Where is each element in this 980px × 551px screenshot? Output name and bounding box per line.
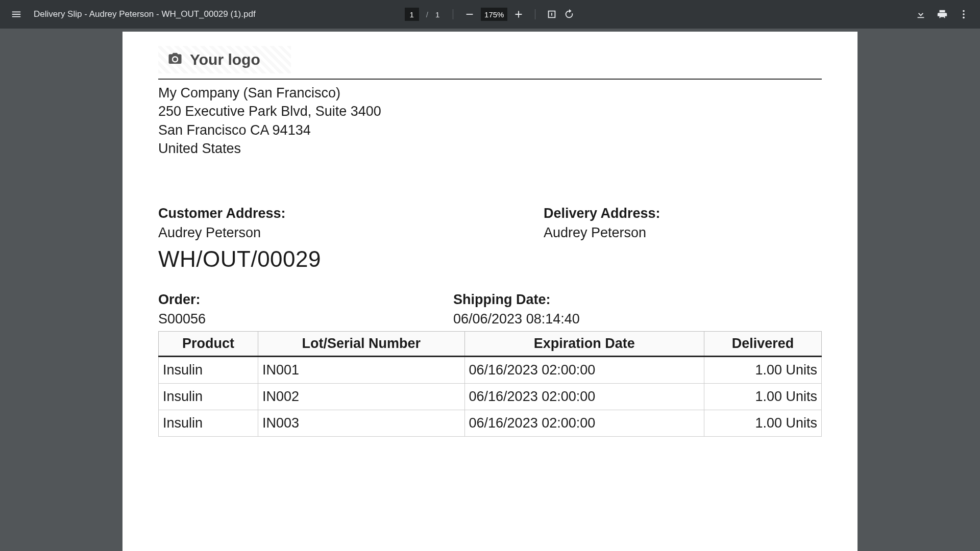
table-row: Insulin IN003 06/16/2023 02:00:00 1.00 U… bbox=[159, 410, 822, 436]
logo-placeholder: Your logo bbox=[158, 46, 291, 73]
zoom-out-icon[interactable] bbox=[463, 8, 476, 20]
col-expiration: Expiration Date bbox=[464, 331, 704, 356]
cell-expiration: 06/16/2023 02:00:00 bbox=[464, 410, 704, 436]
document-number: WH/OUT/00029 bbox=[158, 246, 822, 272]
page-total: 1 bbox=[435, 10, 439, 19]
logo-text: Your logo bbox=[190, 51, 260, 68]
svg-point-2 bbox=[963, 17, 965, 19]
cell-product: Insulin bbox=[159, 356, 258, 383]
zoom-in-icon[interactable] bbox=[512, 8, 525, 20]
cell-product: Insulin bbox=[159, 410, 258, 436]
svg-point-0 bbox=[963, 10, 965, 12]
delivery-address-title: Delivery Address: bbox=[544, 204, 660, 223]
toolbar-right bbox=[575, 8, 970, 20]
table-header-row: Product Lot/Serial Number Expiration Dat… bbox=[159, 331, 822, 356]
delivery-address-block: Delivery Address: Audrey Peterson bbox=[544, 204, 660, 243]
print-icon[interactable] bbox=[936, 8, 948, 20]
more-icon[interactable] bbox=[958, 8, 970, 20]
col-product: Product bbox=[159, 331, 258, 356]
shipping-date-title: Shipping Date: bbox=[453, 290, 580, 310]
order-title: Order: bbox=[158, 290, 453, 310]
divider bbox=[535, 9, 535, 19]
header-rule bbox=[158, 79, 822, 80]
cell-delivered: 1.00 Units bbox=[704, 410, 822, 436]
shipping-date-block: Shipping Date: 06/06/2023 08:14:40 bbox=[453, 290, 580, 329]
table-row: Insulin IN001 06/16/2023 02:00:00 1.00 U… bbox=[159, 356, 822, 383]
shipping-date-value: 06/06/2023 08:14:40 bbox=[453, 310, 580, 329]
col-delivered: Delivered bbox=[704, 331, 822, 356]
pdf-toolbar: Delivery Slip - Audrey Peterson - WH_OUT… bbox=[0, 0, 980, 29]
page-separator: / bbox=[426, 10, 428, 19]
order-block: Order: S00056 bbox=[158, 290, 453, 329]
toolbar-left: Delivery Slip - Audrey Peterson - WH_OUT… bbox=[10, 8, 405, 20]
cell-delivered: 1.00 Units bbox=[704, 383, 822, 410]
camera-icon bbox=[167, 51, 183, 68]
company-name: My Company (San Francisco) bbox=[158, 84, 822, 102]
cell-expiration: 06/16/2023 02:00:00 bbox=[464, 383, 704, 410]
toolbar-center: / 1 bbox=[405, 8, 576, 21]
svg-point-1 bbox=[963, 13, 965, 15]
download-icon[interactable] bbox=[915, 8, 927, 20]
cell-lot: IN002 bbox=[258, 383, 464, 410]
company-street: 250 Executive Park Blvd, Suite 3400 bbox=[158, 102, 822, 120]
cell-expiration: 06/16/2023 02:00:00 bbox=[464, 356, 704, 383]
meta-row: Order: S00056 Shipping Date: 06/06/2023 … bbox=[158, 290, 822, 329]
cell-lot: IN001 bbox=[258, 356, 464, 383]
col-lot: Lot/Serial Number bbox=[258, 331, 464, 356]
table-row: Insulin IN002 06/16/2023 02:00:00 1.00 U… bbox=[159, 383, 822, 410]
customer-address-name: Audrey Peterson bbox=[158, 223, 544, 243]
pdf-page: Your logo My Company (San Francisco) 250… bbox=[122, 32, 857, 551]
divider bbox=[453, 9, 453, 19]
order-value: S00056 bbox=[158, 310, 453, 329]
company-city: San Francisco CA 94134 bbox=[158, 121, 822, 139]
company-address: My Company (San Francisco) 250 Executive… bbox=[158, 84, 822, 158]
address-row: Customer Address: Audrey Peterson Delive… bbox=[158, 204, 822, 243]
rotate-icon[interactable] bbox=[563, 8, 575, 20]
customer-address-block: Customer Address: Audrey Peterson bbox=[158, 204, 544, 243]
document-filename: Delivery Slip - Audrey Peterson - WH_OUT… bbox=[34, 9, 256, 19]
cell-product: Insulin bbox=[159, 383, 258, 410]
delivery-address-name: Audrey Peterson bbox=[544, 223, 660, 243]
items-table: Product Lot/Serial Number Expiration Dat… bbox=[158, 331, 822, 437]
menu-icon[interactable] bbox=[10, 8, 22, 20]
company-country: United States bbox=[158, 139, 822, 158]
customer-address-title: Customer Address: bbox=[158, 204, 544, 223]
cell-delivered: 1.00 Units bbox=[704, 356, 822, 383]
page-number-input[interactable] bbox=[405, 8, 419, 21]
zoom-level-input[interactable] bbox=[481, 8, 507, 21]
cell-lot: IN003 bbox=[258, 410, 464, 436]
document-viewer[interactable]: Your logo My Company (San Francisco) 250… bbox=[0, 29, 980, 551]
fit-page-icon[interactable] bbox=[546, 8, 558, 20]
